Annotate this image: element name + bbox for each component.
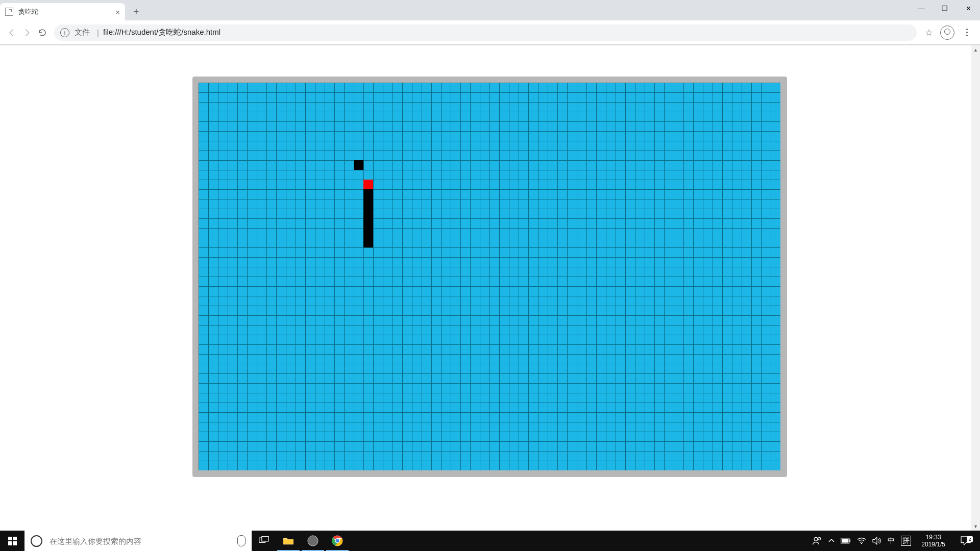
windows-taskbar: 中 拼 19:33 2019/1/5 2: [0, 531, 980, 551]
page-icon: [5, 8, 13, 16]
svg-rect-12: [842, 539, 849, 542]
notification-badge: 2: [967, 536, 973, 542]
svg-point-8: [814, 537, 818, 541]
separator: |: [97, 28, 99, 37]
windows-logo-icon: [8, 537, 17, 545]
url-scheme: 文件: [75, 28, 90, 37]
game-frame: [192, 77, 787, 477]
svg-rect-1: [262, 537, 268, 541]
taskbar-clock[interactable]: 19:33 2019/1/5: [917, 534, 949, 548]
back-button[interactable]: [4, 25, 19, 40]
url-text: file:///H:/student/贪吃蛇/snake.html: [103, 28, 220, 37]
site-info-icon[interactable]: i: [60, 28, 69, 37]
taskbar-search[interactable]: [24, 531, 252, 551]
ime-language[interactable]: 中: [888, 536, 895, 545]
taskbar-app-generic[interactable]: [301, 531, 325, 551]
tray-chevron-up-icon[interactable]: [828, 538, 835, 544]
window-close-button[interactable]: ✕: [957, 0, 980, 16]
battery-icon[interactable]: [841, 538, 851, 544]
task-view-button[interactable]: [252, 531, 276, 551]
people-icon[interactable]: [812, 536, 822, 545]
microphone-icon[interactable]: [237, 535, 246, 546]
system-tray: 中 拼 19:33 2019/1/5 2: [808, 531, 980, 551]
tab-title: 贪吃蛇: [18, 7, 38, 16]
taskbar-search-input[interactable]: [48, 536, 231, 546]
toolbar: i 文件 | file:///H:/student/贪吃蛇/snake.html…: [0, 20, 980, 45]
ime-mode[interactable]: 拼: [901, 536, 911, 546]
clock-time: 19:33: [926, 534, 941, 541]
cortana-icon: [31, 535, 42, 547]
clock-date: 2019/1/5: [921, 541, 945, 548]
snake-game-canvas[interactable]: [199, 83, 780, 470]
reload-button[interactable]: [35, 25, 50, 40]
window-maximize-button[interactable]: ❐: [933, 0, 957, 16]
tab-strip: 贪吃蛇 × +: [0, 0, 980, 20]
scroll-up-icon[interactable]: ▲: [971, 45, 980, 54]
scroll-down-icon[interactable]: ▼: [971, 522, 980, 531]
svg-point-9: [818, 537, 821, 540]
taskbar-app-chrome[interactable]: [325, 531, 350, 551]
taskbar-app-file-explorer[interactable]: [276, 531, 301, 551]
svg-rect-11: [850, 539, 851, 542]
wifi-icon[interactable]: [857, 537, 866, 544]
window-minimize-button[interactable]: —: [910, 0, 933, 16]
start-button[interactable]: [0, 531, 24, 551]
action-center-button[interactable]: 2: [955, 536, 976, 545]
chrome-menu-button[interactable]: [961, 29, 973, 36]
window-controls: — ❐ ✕: [910, 0, 980, 16]
address-bar[interactable]: i 文件 | file:///H:/student/贪吃蛇/snake.html: [54, 24, 917, 41]
bookmark-star-icon[interactable]: ☆: [925, 27, 933, 38]
profile-avatar-icon[interactable]: [940, 26, 954, 40]
browser-chrome: 贪吃蛇 × + — ❐ ✕ i 文件 | file:///H:/student/…: [0, 0, 980, 45]
vertical-scrollbar[interactable]: ▲ ▼: [971, 45, 980, 531]
forward-button[interactable]: [19, 25, 35, 40]
page-viewport: ▲ ▼: [0, 45, 980, 531]
volume-icon[interactable]: [872, 537, 881, 545]
close-tab-icon[interactable]: ×: [115, 8, 120, 16]
svg-point-13: [861, 543, 862, 544]
browser-tab[interactable]: 贪吃蛇 ×: [0, 3, 125, 20]
new-tab-button[interactable]: +: [129, 5, 143, 19]
